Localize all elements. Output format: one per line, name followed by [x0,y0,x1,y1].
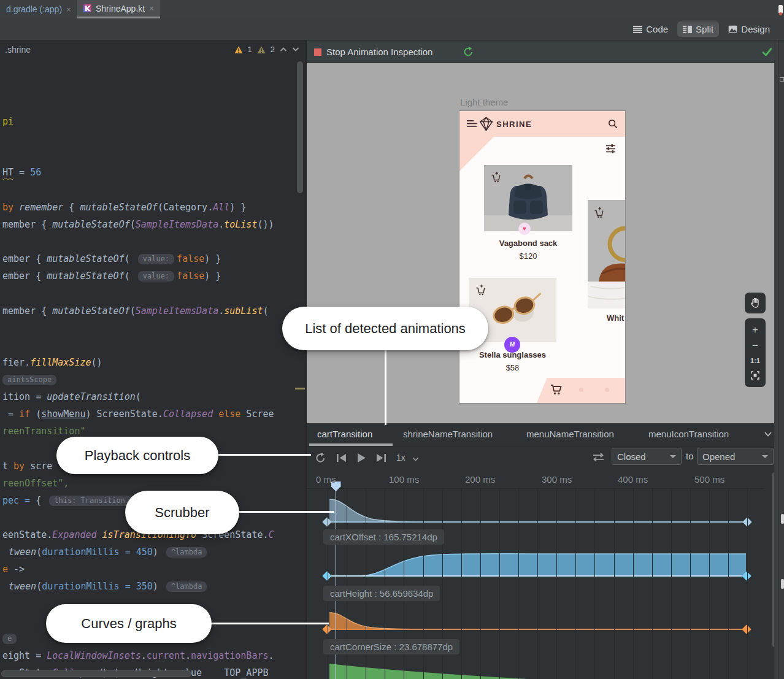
skip-to-end-icon[interactable] [376,453,386,462]
anim-tab-shrineNameTransition[interactable]: shrineNameTransition [403,429,493,439]
play-icon[interactable] [356,453,366,463]
anim-tab-menuIconTransition[interactable]: menuIconTransition [648,429,729,439]
product-name: Vagabond sack [484,239,572,248]
callout-label: Playback controls [85,448,190,464]
chevron-down-icon [762,455,768,458]
code-segment: updateTransition [47,391,136,402]
close-icon[interactable]: × [66,5,71,14]
add-to-cart-icon[interactable] [474,284,486,296]
code-editor[interactable]: .shrine 1 2 piHT = 56by remember { mutab… [0,40,307,679]
tab-label: d.gradle (:app) [6,4,62,14]
code-segment: { [63,202,80,213]
code-segment: reenOffset", [2,478,69,489]
cursor-dot [779,12,782,15]
tab-shrineapp-kt[interactable]: ShrineApp.kt × [77,0,160,18]
code-segment: = [13,167,30,178]
code-line: fier.fillMaxSize() [2,356,102,369]
code-segment: ( [36,547,42,558]
code-segment: subList [224,305,263,316]
code-segment: HT [2,167,13,178]
chevron-up-icon[interactable] [280,47,287,52]
replay-icon[interactable] [315,452,326,464]
stripe-button-partial[interactable] [781,514,784,524]
anim-tab-menuNameTransition[interactable]: menuNameTransition [526,429,614,439]
pan-tool-button[interactable] [745,293,766,313]
gridline [652,489,653,679]
add-to-cart-icon[interactable] [593,207,605,219]
warning-icon[interactable] [234,45,243,54]
code-segment: ) [153,581,164,592]
code-segment: ( [125,253,136,264]
split-mode-button[interactable]: Split [677,21,719,37]
hand-icon [750,297,761,309]
zoom-to-fit-icon[interactable] [750,370,760,380]
search-icon[interactable] [608,119,618,129]
zoom-actual-size-button[interactable]: 1:1 [750,357,760,364]
bottom-cart-bar[interactable] [536,378,626,404]
stripe-button-partial[interactable] [781,579,784,589]
curve-partial-green [329,664,528,679]
anim-tab-cartTransition[interactable]: cartTransition [317,429,372,439]
callout-playback-controls: Playback controls [56,437,218,474]
gridline [575,489,576,679]
zoom-in-button[interactable]: + [752,325,758,335]
editor-vertical-scrollbar[interactable] [297,61,303,193]
curve-cartCornerSize [329,613,460,629]
menu-icon[interactable] [467,120,477,128]
close-icon[interactable]: × [149,4,154,13]
chevron-down-icon[interactable] [764,431,772,437]
code-segment: . [141,650,147,661]
heart-badge-icon: ♥ [518,223,531,235]
code-segment: current [147,650,185,661]
chevron-down-icon[interactable] [412,457,419,462]
code-segment: ember { [2,270,47,282]
animation-tabs-row: cartTransitionshrineNameTransitionmenuNa… [307,423,778,447]
design-mode-button[interactable]: Design [723,21,775,37]
code-line: e [0,632,19,645]
product-image-belt-partial[interactable] [588,200,626,282]
gridline [499,489,500,679]
gridline [633,489,634,679]
code-segment: ( [30,409,41,420]
mode-label: Design [741,24,770,34]
code-segment: Collapsed [163,409,213,420]
code-segment: 56 [30,167,41,178]
curve-cartXOffset [329,499,457,522]
editor-horizontal-scrollbar[interactable] [1,670,191,677]
animation-timeline[interactable]: 0 ms100 ms200 ms300 ms400 ms500 mscartXO… [307,469,778,679]
zoom-out-button[interactable]: − [752,341,758,351]
weak-warning-icon[interactable] [257,45,266,54]
skip-to-start-icon[interactable] [336,453,347,462]
tool-window-icon[interactable] [780,77,784,82]
callout-scrubber: Scrubber [125,491,239,534]
cart-icon[interactable] [550,383,563,396]
code-segment: mutableStateOf [80,202,157,213]
add-to-cart-icon[interactable] [490,171,502,183]
playback-speed-select[interactable]: 1x [396,453,405,462]
code-line: by remember { mutableStateOf(Category.Al… [2,201,246,213]
target-state-select[interactable]: Opened [697,448,774,465]
product-image-white-partial[interactable] [588,282,626,309]
product-image-vagabond-sack[interactable] [484,165,572,231]
code-segment: Scree [240,409,274,420]
code-segment: pec = [2,495,36,506]
warning-stripe-mark[interactable] [295,388,305,389]
gridline [556,489,557,679]
refresh-icon[interactable] [463,46,474,58]
breadcrumb[interactable]: .shrine [5,45,31,55]
mode-label: Split [696,24,713,34]
code-mode-button[interactable]: Code [628,21,674,37]
swap-states-icon[interactable] [592,453,605,462]
timeline-tick-label: 200 ms [465,474,495,485]
gridline [480,489,481,679]
filter-tune-icon[interactable] [605,144,616,154]
product-price: $120 [484,251,572,261]
timeline-tick-label: 500 ms [694,474,724,485]
stop-animation-inspection-button[interactable]: Stop Animation Inspection [326,47,432,57]
tab-gradle-file[interactable]: d.gradle (:app) × [0,0,77,18]
initial-state-select[interactable]: Closed [612,448,682,465]
design-preview-surface[interactable]: Light theme SHRINE [307,63,774,423]
code-segment: () [91,357,102,368]
code-segment: e [2,564,8,575]
chevron-down-icon[interactable] [292,47,299,52]
